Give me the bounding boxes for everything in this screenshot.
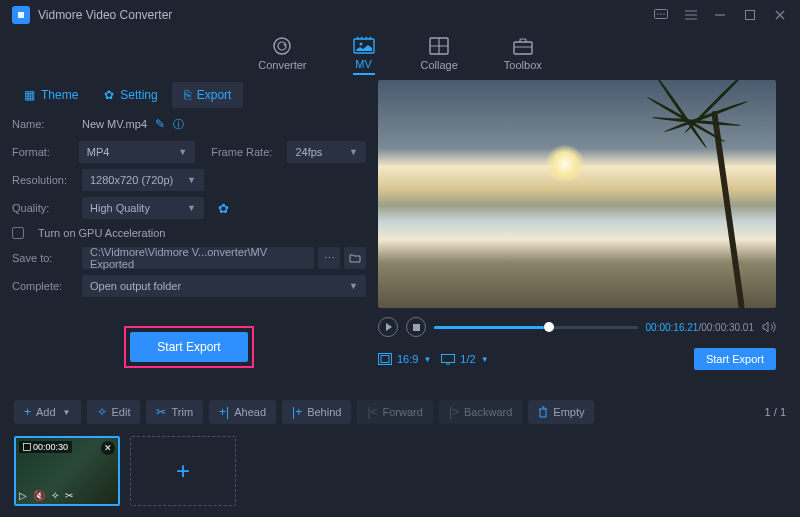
clip-mute-icon[interactable]: 🔇	[33, 490, 45, 501]
app-title: Vidmore Video Converter	[38, 8, 654, 22]
volume-icon[interactable]	[762, 321, 776, 333]
aspect-value: 16:9	[397, 353, 418, 365]
quality-select[interactable]: High Quality▼	[82, 197, 204, 219]
backward-label: Backward	[464, 406, 512, 418]
chevron-down-icon: ▼	[178, 147, 187, 157]
add-clip-button[interactable]: +	[130, 436, 236, 506]
chevron-down-icon: ▼	[63, 408, 71, 417]
close-icon[interactable]	[774, 9, 788, 21]
time-display: 00:00:16.21/00:00:30.01	[646, 322, 754, 333]
play-button[interactable]	[378, 317, 398, 337]
forward-button[interactable]: |<Forward	[357, 400, 432, 424]
screens-value: 1/2	[460, 353, 475, 365]
resolution-value: 1280x720 (720p)	[90, 174, 173, 186]
backward-button[interactable]: |>Backward	[439, 400, 522, 424]
resolution-label: Resolution:	[12, 174, 74, 186]
nav-collage[interactable]: Collage	[421, 36, 458, 74]
start-export-button-2[interactable]: Start Export	[694, 348, 776, 370]
add-button[interactable]: +Add▼	[14, 400, 81, 424]
minimize-icon[interactable]	[714, 9, 728, 21]
clip-play-icon[interactable]: ▷	[19, 490, 27, 501]
page-indicator: 1 / 1	[765, 406, 786, 418]
behind-label: Behind	[307, 406, 341, 418]
resolution-select[interactable]: 1280x720 (720p)▼	[82, 169, 204, 191]
menu-icon[interactable]	[684, 9, 698, 21]
nav-mv-label: MV	[355, 58, 372, 70]
preview-panel: 00:00:16.21/00:00:30.01 16:9▼ 1/2▼ Start…	[378, 80, 788, 394]
ahead-button[interactable]: +|Ahead	[209, 400, 276, 424]
empty-button[interactable]: Empty	[528, 400, 594, 424]
seek-slider[interactable]	[434, 326, 638, 329]
screens-select[interactable]: 1/2▼	[441, 353, 488, 365]
scissors-icon: ✂	[156, 405, 166, 419]
open-folder-icon[interactable]	[344, 247, 366, 269]
framerate-select[interactable]: 24fps▼	[287, 141, 366, 163]
chevron-down-icon: ▼	[481, 355, 489, 364]
feedback-icon[interactable]	[654, 9, 668, 21]
quality-label: Quality:	[12, 202, 74, 214]
wand-icon: ✧	[97, 405, 107, 419]
app-logo-icon	[12, 6, 30, 24]
format-label: Format:	[12, 146, 71, 158]
nav-toolbox[interactable]: Toolbox	[504, 36, 542, 74]
more-path-icon[interactable]: ⋯	[318, 247, 340, 269]
edit-button[interactable]: ✧Edit	[87, 400, 141, 424]
nav-converter[interactable]: Converter	[258, 36, 306, 74]
tab-setting[interactable]: ✿Setting	[92, 82, 169, 108]
clips-strip: 00:00:30 ✕ ▷ 🔇 ✧ ✂ +	[0, 430, 800, 512]
clip-item[interactable]: 00:00:30 ✕ ▷ 🔇 ✧ ✂	[14, 436, 120, 506]
ahead-label: Ahead	[234, 406, 266, 418]
nav-collage-label: Collage	[421, 59, 458, 71]
clip-trim-icon[interactable]: ✂	[65, 490, 73, 501]
trim-button[interactable]: ✂Trim	[146, 400, 203, 424]
svg-point-2	[657, 13, 659, 15]
stop-button[interactable]	[406, 317, 426, 337]
framerate-value: 24fps	[295, 146, 322, 158]
svg-rect-15	[24, 444, 31, 451]
format-value: MP4	[87, 146, 110, 158]
converter-icon	[271, 36, 293, 56]
nav-toolbox-label: Toolbox	[504, 59, 542, 71]
clip-duration: 00:00:30	[19, 441, 72, 453]
start-export-button[interactable]: Start Export	[130, 332, 248, 362]
plus-icon: +	[176, 457, 190, 485]
chevron-down-icon: ▼	[187, 175, 196, 185]
format-select[interactable]: MP4▼	[79, 141, 195, 163]
backward-icon: |>	[449, 405, 459, 419]
forward-label: Forward	[383, 406, 423, 418]
nav-mv[interactable]: MV	[353, 35, 375, 75]
aspect-select[interactable]: 16:9▼	[378, 353, 431, 365]
forward-icon: |<	[367, 405, 377, 419]
info-icon[interactable]: ⓘ	[173, 117, 184, 132]
edit-name-icon[interactable]: ✎	[155, 117, 165, 131]
clip-close-icon[interactable]: ✕	[101, 441, 115, 455]
export-panel: ▦Theme ✿Setting ⎘Export Name: New MV.mp4…	[0, 80, 378, 394]
quality-settings-icon[interactable]: ✿	[218, 201, 229, 216]
chevron-down-icon: ▼	[423, 355, 431, 364]
clip-edit-icon[interactable]: ✧	[51, 490, 59, 501]
tab-setting-label: Setting	[120, 88, 157, 102]
complete-label: Complete:	[12, 280, 74, 292]
player-controls: 00:00:16.21/00:00:30.01	[378, 312, 776, 342]
complete-select[interactable]: Open output folder▼	[82, 275, 366, 297]
empty-label: Empty	[553, 406, 584, 418]
toolbox-icon	[512, 36, 534, 56]
behind-button[interactable]: |+Behind	[282, 400, 351, 424]
nav-converter-label: Converter	[258, 59, 306, 71]
gpu-checkbox[interactable]	[12, 227, 24, 239]
framerate-label: Frame Rate:	[211, 146, 279, 158]
svg-point-6	[274, 38, 290, 54]
gpu-label: Turn on GPU Acceleration	[38, 227, 165, 239]
tab-theme[interactable]: ▦Theme	[12, 82, 90, 108]
svg-point-8	[359, 43, 362, 46]
saveto-label: Save to:	[12, 252, 74, 264]
behind-icon: |+	[292, 405, 302, 419]
tab-export-label: Export	[197, 88, 232, 102]
trim-label: Trim	[171, 406, 193, 418]
saveto-path[interactable]: C:\Vidmore\Vidmore V...onverter\MV Expor…	[82, 247, 314, 269]
video-preview[interactable]	[378, 80, 776, 308]
collage-icon	[428, 36, 450, 56]
tab-export[interactable]: ⎘Export	[172, 82, 244, 108]
svg-rect-11	[413, 324, 420, 331]
maximize-icon[interactable]	[744, 9, 758, 21]
